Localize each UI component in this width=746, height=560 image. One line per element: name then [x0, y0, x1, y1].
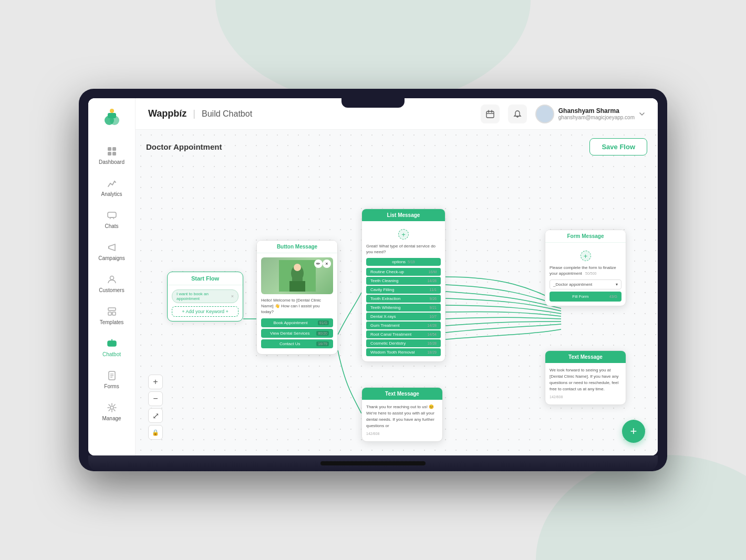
analytics-icon	[106, 178, 118, 189]
user-profile[interactable]: Ghanshyam Sharma ghanshyam@magicjoeyapp.…	[535, 105, 645, 123]
button-message-node[interactable]: Button Message	[256, 240, 338, 355]
remove-image-icon[interactable]: ×	[323, 260, 331, 268]
templates-icon	[106, 306, 118, 317]
sidebar-item-chatbot-label: Chatbot	[102, 351, 121, 357]
svg-point-9	[110, 276, 113, 280]
user-avatar	[535, 105, 554, 123]
sidebar-item-forms[interactable]: Forms	[92, 365, 132, 395]
notification-button[interactable]	[508, 105, 527, 123]
list-add-btn[interactable]: +	[366, 227, 441, 241]
svg-rect-12	[112, 312, 116, 315]
button-message-image: ✏ ×	[261, 257, 333, 294]
svg-rect-4	[108, 147, 111, 151]
zoom-out-button[interactable]: −	[148, 391, 163, 406]
svg-rect-10	[108, 308, 116, 310]
logo[interactable]	[100, 107, 123, 130]
canvas-area[interactable]: Doctor Appointment Save Flow	[136, 130, 658, 455]
form-message-node[interactable]: Form Message + Please complete the form …	[545, 230, 626, 306]
forms-icon	[106, 370, 118, 381]
svg-point-17	[112, 343, 114, 345]
fill-form-button[interactable]: Fill Form 43/G	[550, 292, 621, 302]
calendar-icon	[486, 110, 494, 118]
sidebar: Dashboard Analytics	[88, 98, 136, 455]
add-node-fab[interactable]: +	[622, 420, 645, 443]
flow-title: Doctor Appointment	[146, 142, 222, 151]
form-message-header: Form Message	[545, 230, 626, 243]
list-item-5: Dental X-rays 10/7	[366, 313, 441, 320]
list-item-1: Teeth Cleaning 14/28	[366, 277, 441, 285]
user-text-block: Ghanshyam Sharma ghanshyam@magicjoeyapp.…	[558, 107, 635, 120]
list-item-3: Tooth Extraction 9/26	[366, 295, 441, 303]
sidebar-item-manage[interactable]: Manage	[92, 397, 132, 427]
start-flow-node-body: I want to book an appointment × + Add yo…	[168, 285, 243, 321]
sidebar-item-chatbot[interactable]: Chatbot	[92, 333, 132, 362]
text-message-1-body: Thank you for reaching out to us! 😊 We'r…	[362, 400, 442, 441]
list-options-btn: options 5/19	[366, 258, 441, 266]
form-field-dropdown[interactable]: _Doctor appointment ▾	[550, 279, 621, 289]
text-message-2-body: We look forward to seeing you at [Dental…	[545, 363, 626, 405]
svg-point-33	[294, 264, 301, 271]
chatbot-icon	[106, 338, 118, 349]
dashboard-icon	[106, 146, 118, 157]
laptop-base	[88, 455, 658, 471]
list-item-7: Root Canal Treatment 14/54	[366, 330, 441, 338]
sidebar-item-campaigns[interactable]: Campaigns	[92, 236, 132, 266]
sidebar-item-customers[interactable]: Customers	[92, 268, 132, 298]
svg-rect-11	[108, 312, 111, 315]
sidebar-item-campaigns-label: Campaigns	[98, 255, 125, 261]
list-item-4: Teeth Whitening 9/21	[366, 304, 441, 312]
list-message-node[interactable]: List Message + Great! What type of denta…	[361, 209, 445, 362]
sidebar-item-templates-label: Templates	[100, 319, 124, 325]
button-message-body: ✏ × Hello! Welcome to [Dental Clinic Nam…	[257, 253, 337, 354]
svg-rect-8	[108, 212, 116, 217]
header-separator: |	[193, 108, 195, 119]
bell-icon	[513, 110, 522, 118]
text-message-node-2[interactable]: Text Message We look forward to seeing y…	[545, 350, 626, 405]
flow-canvas: Start Flow I want to book an appointment…	[136, 156, 658, 455]
manage-icon	[106, 402, 118, 413]
page-subtitle: Build Chatbot	[202, 109, 252, 119]
svg-rect-24	[486, 111, 494, 118]
sidebar-item-chats[interactable]: Chats	[92, 204, 132, 234]
header-right: Ghanshyam Sharma ghanshyam@magicjoeyapp.…	[481, 105, 645, 123]
chats-icon	[106, 210, 118, 221]
sidebar-item-manage-label: Manage	[102, 416, 121, 421]
save-flow-button[interactable]: Save Flow	[589, 138, 647, 155]
sidebar-item-templates[interactable]: Templates	[92, 300, 132, 330]
svg-rect-7	[112, 152, 116, 155]
sidebar-item-dashboard-label: Dashboard	[99, 159, 125, 165]
list-item-6: Gum Treatment 14/28	[366, 322, 441, 329]
button-message-header: Button Message	[257, 241, 337, 253]
list-item-0: Routine Check-up 16/M	[366, 268, 441, 276]
user-email: ghanshyam@magicjoeyapp.com	[558, 115, 635, 120]
book-appointment-btn: Book Appointment 91/G	[261, 318, 333, 327]
sidebar-item-dashboard[interactable]: Dashboard	[92, 140, 132, 170]
campaigns-icon	[106, 242, 118, 253]
start-flow-node[interactable]: Start Flow I want to book an appointment…	[167, 272, 243, 322]
sidebar-item-analytics[interactable]: Analytics	[92, 172, 132, 202]
keyword-tag: I want to book an appointment ×	[172, 289, 239, 303]
sidebar-item-chats-label: Chats	[105, 223, 118, 229]
svg-point-3	[110, 109, 114, 113]
header-left: Wappbíz | Build Chatbot	[148, 108, 252, 119]
contact-us-btn: Contact Us 16/79	[261, 339, 333, 348]
zoom-in-button[interactable]: +	[148, 375, 163, 389]
app-name: Wappbíz	[148, 108, 186, 119]
form-description: Please complete the form to finalize you…	[550, 265, 621, 276]
fit-screen-button[interactable]: ⤢	[148, 408, 163, 423]
form-add-btn[interactable]: +	[550, 249, 621, 263]
edit-image-icon[interactable]: ✏	[314, 260, 323, 268]
list-message-header: List Message	[362, 209, 445, 221]
customers-icon	[106, 274, 118, 285]
add-keyword-btn[interactable]: + Add your Keyword +	[172, 306, 239, 317]
button-message-text: Hello! Welcome to [Dental Clinic Name] 👋…	[261, 297, 333, 315]
text-message-1-header: Text Message	[362, 388, 442, 400]
svg-rect-5	[112, 147, 116, 151]
list-item-8: Cosmetic Dentistry 16/28	[366, 339, 441, 347]
lock-button[interactable]: 🔒	[148, 425, 163, 440]
svg-rect-34	[289, 281, 305, 292]
svg-point-28	[536, 106, 553, 122]
text-message-node-1[interactable]: Text Message Thank you for reaching out …	[361, 387, 443, 442]
svg-point-15	[109, 343, 111, 345]
calendar-button[interactable]	[481, 105, 500, 123]
